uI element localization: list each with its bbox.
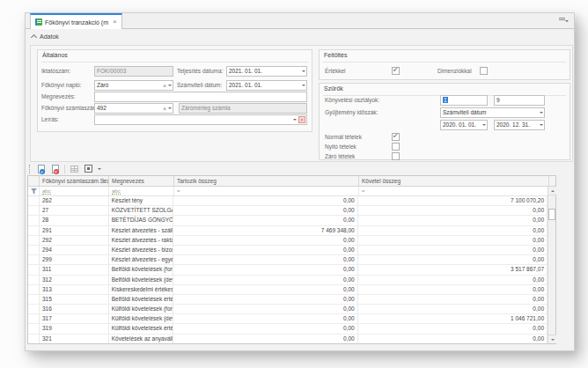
leiras-edit-icon[interactable]: × — [298, 116, 305, 123]
cell-debit: 0,00 — [173, 255, 357, 264]
scrollbar-thumb[interactable] — [548, 209, 555, 220]
table-row[interactable]: 27KÖZVETÍTETT SZOLGÁLTAT...0,000,00 — [28, 206, 548, 216]
toolbar-dropdown-icon[interactable] — [98, 168, 101, 172]
tab-close-icon[interactable]: × — [113, 18, 117, 26]
collapse-chevron-icon — [31, 34, 37, 40]
table-row[interactable]: 299Készlet átvezetés - egyéb0,000,00 — [28, 255, 548, 265]
datum-tol-field[interactable]: 2020. 01. 01. — [440, 120, 488, 130]
filter-name[interactable]: abc — [109, 187, 174, 195]
cell-name: Követelések az anyavállalat... — [109, 335, 174, 343]
fokonyvi-naplo-field[interactable]: Záró × — [94, 80, 173, 91]
fokonyvi-szamlaszam-field[interactable]: 492 × — [94, 103, 173, 114]
cell-credit: 0,00 — [358, 305, 548, 313]
osztaly-tol-field[interactable]: 1 — [440, 95, 488, 106]
cell-debit: 0,00 — [173, 246, 357, 254]
table-row[interactable]: 311Belföldi követelések (forintb...0,003… — [28, 265, 548, 275]
scroll-down-button[interactable] — [548, 335, 556, 343]
ertekkel-checkbox[interactable] — [392, 67, 400, 75]
group-feltoltes: Feltöltés Értékkel Dimenziókkal — [319, 49, 570, 80]
filter-debit[interactable]: = — [174, 187, 359, 195]
header-name[interactable]: Megnevezés — [109, 176, 174, 186]
header-credit[interactable]: Követel összeg — [359, 176, 549, 186]
table-row[interactable]: 294Készlet átvezetés - bizomán...0,000,0… — [28, 246, 548, 255]
clear-icon[interactable]: × — [163, 83, 166, 89]
table-row[interactable]: 321Követelések az anyavállalat...0,000,0… — [28, 335, 548, 343]
osztaly-ig-field[interactable]: 9 — [494, 95, 545, 106]
table-row[interactable]: 28BETÉTDÍJAS GÖNGYÖLEGEK0,000,00 — [28, 216, 548, 225]
header-debit[interactable]: Tartozik összeg — [174, 176, 359, 186]
column-chooser-button[interactable] — [69, 164, 80, 174]
table-row[interactable]: 313Kiskereskedelmi értékesítés0,000,00 — [28, 285, 548, 295]
tab-list-icon — [559, 19, 565, 20]
row-indicator — [28, 255, 40, 264]
cell-debit: 0,00 — [173, 285, 357, 294]
table-row[interactable]: 317Külföldi követelések (devizá...0,001 … — [28, 314, 548, 324]
cell-account: 316 — [40, 305, 109, 313]
table-row[interactable]: 312Belföldi követelések (devizá...0,000,… — [28, 276, 548, 285]
chevron-down-icon[interactable] — [168, 85, 172, 88]
cell-name: Belföldi követelések (forintb... — [109, 265, 174, 274]
row-indicator — [28, 276, 40, 284]
cell-credit: 0,00 — [358, 295, 548, 304]
tab-fokonyvi-tranzakcio[interactable]: Főkönyvi tranzakció (m × — [30, 13, 122, 29]
grid-header-row: Főkönyvi számlaszám.Szám... Megnevezés T… — [28, 176, 555, 187]
toolbar-grip — [29, 165, 31, 173]
datum-ig-field[interactable]: 2020. 12. 31. — [494, 120, 545, 130]
cell-account: 311 — [40, 265, 109, 274]
chevron-down-icon — [565, 20, 569, 24]
table-row[interactable]: 262Készlet tény0,007 100 070,20 — [28, 196, 548, 206]
row-indicator — [28, 335, 40, 343]
cell-credit: 3 517 867,07 — [358, 265, 548, 274]
cell-credit: 0,00 — [358, 226, 548, 235]
clear-icon[interactable]: × — [163, 106, 166, 112]
chevron-down-icon[interactable] — [302, 85, 305, 88]
view-settings-button[interactable] — [83, 164, 94, 174]
nyito-tetelek-checkbox[interactable] — [392, 143, 400, 151]
vertical-scrollbar[interactable] — [548, 187, 555, 343]
leiras-field[interactable]: × — [94, 114, 307, 125]
cell-account: 28 — [40, 216, 109, 224]
table-row[interactable]: 319Külföldi követelések értékve...0,000,… — [28, 324, 548, 334]
divider — [64, 165, 65, 173]
ertekkel-label: Értékkel — [325, 66, 345, 77]
chevron-down-icon[interactable] — [540, 112, 543, 115]
chevron-down-icon[interactable] — [302, 70, 305, 74]
header-account[interactable]: Főkönyvi számlaszám.Szám... — [40, 176, 109, 186]
add-row-button[interactable]: + — [35, 164, 47, 174]
megnevezes-field[interactable] — [94, 92, 307, 102]
chevron-down-icon[interactable] — [540, 124, 543, 128]
table-row[interactable]: 315Belföldi követelések értékve...0,000,… — [28, 295, 548, 305]
teljesites-datum-field[interactable]: 2021. 01. 01. — [226, 66, 307, 77]
cell-name: Belföldi követelések értékve... — [109, 295, 174, 304]
teljesites-datum-label: Teljesítés dátuma: — [177, 66, 223, 77]
tab-list-icon — [559, 18, 565, 18]
chevron-down-icon[interactable] — [293, 119, 297, 122]
filter-indicator — [28, 187, 40, 195]
dimenziokkal-label: Dimenziókkal — [437, 66, 472, 77]
cell-name: Készlet átvezetés - egyéb — [109, 255, 174, 264]
chevron-down-icon[interactable] — [168, 107, 172, 111]
table-row[interactable]: 316Külföldi követelések (forintb...0,000… — [28, 305, 548, 314]
funnel-icon — [31, 188, 37, 195]
dimenziokkal-checkbox[interactable] — [480, 67, 488, 75]
cell-account: 312 — [40, 276, 109, 284]
table-row[interactable]: 291Készlet átvezetés - szállítói7 469 34… — [28, 226, 548, 236]
filter-account[interactable]: abc — [40, 187, 109, 195]
normal-tetelek-checkbox[interactable] — [392, 133, 400, 141]
idoszak-tipus-dropdown[interactable]: Számviteli dátum — [440, 107, 545, 118]
filter-credit[interactable]: = — [359, 187, 549, 195]
section-adatok[interactable]: Adatok — [32, 33, 59, 40]
tab-bar: Főkönyvi tranzakció (m × — [26, 13, 574, 29]
szamviteli-datum-field[interactable]: 2021. 01. 01. — [226, 80, 307, 91]
table-row[interactable]: 292Készlet átvezetés - raktárközi0,000,0… — [28, 236, 548, 246]
group-szurok: Szűrők Könyvelési osztályok: 1 9 Gyűjtem… — [319, 83, 570, 160]
cell-credit: 0,00 — [358, 276, 548, 284]
cell-name: KÖZVETÍTETT SZOLGÁLTAT... — [109, 206, 174, 215]
zaro-tetelek-checkbox[interactable] — [392, 152, 400, 160]
delete-row-button[interactable]: × — [49, 164, 61, 174]
tab-list-button[interactable] — [559, 18, 569, 26]
scroll-up-button[interactable] — [548, 187, 556, 195]
chevron-down-icon[interactable] — [482, 124, 486, 128]
cell-credit: 0,00 — [358, 206, 548, 215]
cell-debit: 0,00 — [173, 206, 357, 215]
